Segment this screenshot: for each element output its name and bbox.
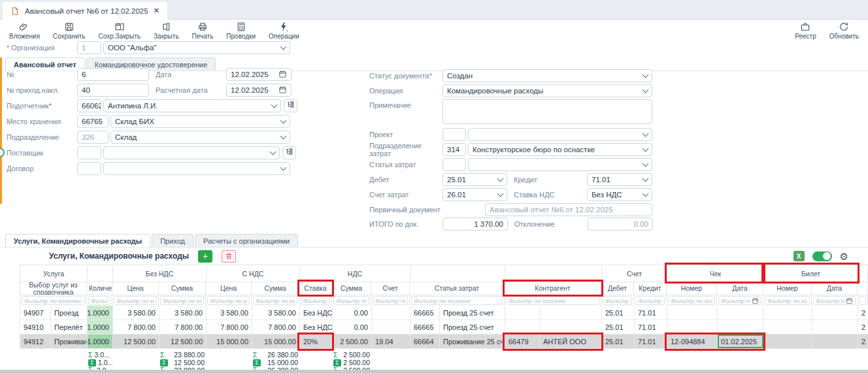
col-debit[interactable]: Дебет bbox=[601, 282, 634, 295]
cell-ticket-date[interactable] bbox=[812, 334, 858, 349]
group-account[interactable]: Счет bbox=[601, 265, 667, 282]
chevron-down-icon[interactable] bbox=[270, 148, 276, 155]
chevron-down-icon[interactable] bbox=[643, 145, 649, 152]
col-receipt-number[interactable]: Номер bbox=[667, 282, 717, 295]
col-counterparty[interactable]: Контрагент bbox=[505, 282, 601, 295]
invoice-num-input[interactable]: 40 bbox=[77, 84, 149, 97]
cell-clipped[interactable]: 2 bbox=[858, 320, 868, 334]
cell-debit[interactable]: 25.01 bbox=[602, 334, 635, 349]
col-rate[interactable]: Ставка bbox=[299, 282, 332, 295]
cell-rate[interactable]: Без НДС bbox=[300, 306, 333, 320]
calendar-icon[interactable] bbox=[846, 297, 853, 304]
add-row-button[interactable]: + bbox=[198, 250, 212, 263]
group-no-vat[interactable]: Без НДС bbox=[112, 265, 206, 282]
cell-price-novat[interactable]: 7 800.00 bbox=[113, 320, 159, 334]
department-select[interactable]: Склад bbox=[110, 131, 290, 144]
debit-select[interactable]: 25.01 bbox=[442, 173, 507, 186]
chevron-down-icon[interactable] bbox=[280, 133, 287, 139]
cell-id[interactable]: 94907 bbox=[20, 306, 51, 320]
filter-credit-input[interactable] bbox=[638, 297, 662, 304]
filter-price-vat-input[interactable] bbox=[210, 297, 247, 304]
cell-receipt-number[interactable] bbox=[667, 306, 718, 320]
col-amount-vat[interactable]: Сумма bbox=[252, 282, 299, 295]
calendar-icon[interactable] bbox=[278, 86, 287, 95]
cell-id[interactable]: 94912 bbox=[20, 334, 51, 349]
cell-debit[interactable]: 25.01 bbox=[602, 306, 635, 320]
cell-service[interactable]: Перелёт bbox=[51, 320, 88, 334]
filter-debit-input[interactable] bbox=[605, 297, 629, 304]
chevron-down-icon[interactable] bbox=[643, 190, 649, 197]
tab-income[interactable]: Приход bbox=[152, 234, 193, 248]
cost-item-code[interactable] bbox=[442, 158, 466, 171]
cell-qty[interactable]: 1.0000 bbox=[88, 306, 113, 320]
document-tab[interactable]: Авансовый отчет №6 от 12.02.2025 ✕ bbox=[3, 2, 167, 20]
cell-debit[interactable]: 25.01 bbox=[602, 320, 635, 334]
cell-id[interactable]: 94910 bbox=[20, 320, 51, 334]
print-button[interactable]: Печать bbox=[192, 22, 214, 40]
refresh-button[interactable]: Обновить bbox=[829, 22, 859, 40]
cell-cp-code[interactable] bbox=[505, 320, 540, 334]
filter-vat-amount-input[interactable] bbox=[336, 297, 367, 304]
cell-ticket-date[interactable] bbox=[812, 306, 858, 320]
calendar-icon[interactable] bbox=[278, 70, 287, 80]
chevron-down-icon[interactable] bbox=[643, 130, 649, 137]
department-code[interactable]: 326 bbox=[77, 131, 108, 144]
col-cost-item[interactable]: Статья затрат bbox=[410, 282, 505, 295]
supplier-code[interactable] bbox=[77, 146, 101, 159]
col-receipt-date[interactable]: Дата bbox=[717, 282, 763, 295]
organization-select[interactable]: ООО "Альфа" bbox=[103, 41, 290, 54]
chevron-down-icon[interactable] bbox=[271, 101, 278, 108]
filter-service-input[interactable] bbox=[24, 297, 82, 304]
chevron-down-icon[interactable] bbox=[280, 117, 287, 123]
registry-button[interactable]: Реестр bbox=[795, 22, 816, 40]
credit-select[interactable]: 71.01 bbox=[587, 173, 652, 186]
contract-code[interactable] bbox=[77, 162, 101, 175]
col-qty[interactable]: Количество bbox=[87, 282, 112, 295]
accountable-hierarchy-button[interactable] bbox=[284, 99, 297, 112]
project-code[interactable] bbox=[442, 128, 466, 141]
filter-vat-account-input[interactable] bbox=[375, 297, 405, 304]
save-button[interactable]: Сохранить bbox=[53, 22, 86, 40]
cell-ticket-number[interactable] bbox=[764, 320, 812, 334]
cell-receipt-number[interactable]: 12-094884 bbox=[667, 334, 718, 349]
col-credit[interactable]: Кредит bbox=[634, 282, 667, 295]
group-ticket[interactable]: Билет bbox=[763, 265, 858, 282]
cell-receipt-date[interactable] bbox=[718, 320, 764, 334]
group-with-vat[interactable]: С НДС bbox=[206, 265, 299, 282]
cell-item-code[interactable]: 66665 bbox=[410, 320, 440, 334]
chevron-down-icon[interactable] bbox=[643, 160, 649, 167]
cell-cp-name[interactable] bbox=[540, 320, 602, 334]
cell-vat-amount[interactable]: 0.00 bbox=[333, 306, 372, 320]
operations-button[interactable]: Операции bbox=[269, 22, 299, 40]
cell-rate[interactable]: Без НДС bbox=[300, 320, 333, 334]
supplier-select[interactable] bbox=[103, 146, 280, 159]
grid-toggle[interactable] bbox=[812, 251, 832, 261]
chevron-down-icon[interactable] bbox=[643, 175, 649, 182]
cell-item-code[interactable]: 66665 bbox=[410, 306, 440, 320]
cell-item-name[interactable]: Проживание 25 счет bbox=[440, 334, 505, 349]
cell-service[interactable]: Проживание bbox=[51, 334, 88, 349]
cell-vat-account[interactable]: 19.04 bbox=[372, 334, 410, 349]
save-close-button[interactable]: Сохр.Закрыть bbox=[99, 22, 141, 40]
tab-services[interactable]: Услуги, Командировочные расходы bbox=[5, 234, 150, 248]
col-ticket-date[interactable]: Дата bbox=[812, 282, 858, 295]
col-vat-amount[interactable]: Сумма bbox=[332, 282, 371, 295]
cell-cp-name[interactable] bbox=[540, 306, 602, 320]
filter-ticket-number-input[interactable] bbox=[767, 297, 807, 304]
cell-price-novat[interactable]: 3 580.00 bbox=[113, 306, 159, 320]
table-row[interactable]: 94910 Перелёт 1.0000 7 800.00 7 800.00 7… bbox=[20, 320, 868, 334]
cell-vat-account[interactable] bbox=[372, 306, 410, 320]
filter-price-novat-input[interactable] bbox=[116, 297, 154, 304]
cell-qty[interactable]: 1.0000 bbox=[88, 320, 113, 334]
cell-amount-novat[interactable]: 3 580.00 bbox=[159, 306, 207, 320]
cell-credit[interactable]: 71.01 bbox=[635, 306, 667, 320]
cell-item-code[interactable]: 66664 bbox=[410, 334, 440, 349]
chevron-down-icon[interactable] bbox=[497, 175, 504, 182]
filter-receipt-number-input[interactable] bbox=[671, 297, 712, 304]
cell-amount-novat[interactable]: 12 500.00 bbox=[159, 334, 207, 349]
cell-price-vat[interactable]: 15 000.00 bbox=[207, 334, 252, 349]
filter-amount-vat-input[interactable] bbox=[256, 297, 295, 304]
status-select[interactable]: Создан bbox=[442, 69, 652, 82]
calc-date-input[interactable]: 12.02.2025 bbox=[226, 84, 292, 97]
cell-ticket-number[interactable] bbox=[764, 306, 812, 320]
